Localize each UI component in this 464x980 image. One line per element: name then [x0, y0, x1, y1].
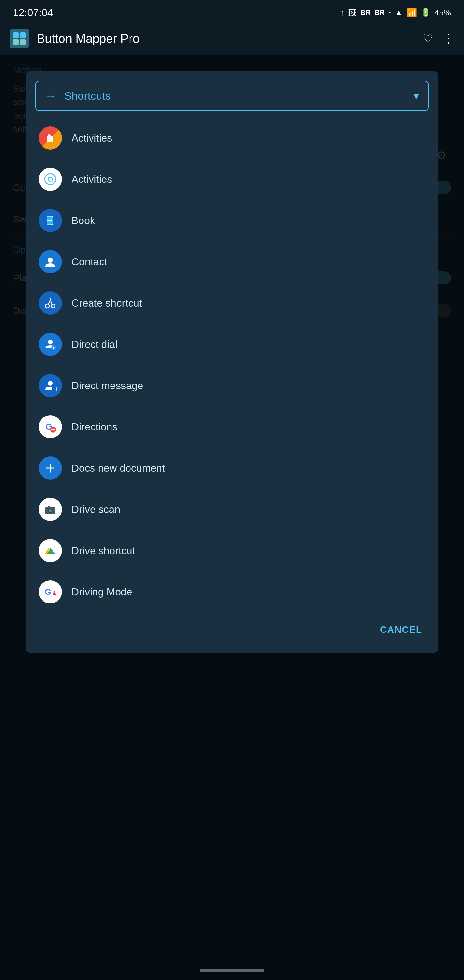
- directions-icon: G: [39, 415, 62, 438]
- br-icon-1: BR: [360, 8, 370, 17]
- app-bar: Button Mapper Pro ♡ ⋮: [0, 22, 464, 55]
- battery-icon: 🔋: [421, 8, 431, 17]
- activities-1-icon: [39, 126, 62, 150]
- drive-scan-label: Drive scan: [72, 504, 120, 515]
- direct-dial-icon: [39, 332, 62, 356]
- list-item-docs-new-document[interactable]: Docs new document: [29, 447, 435, 489]
- app-icon: [10, 29, 29, 48]
- svg-rect-37: [48, 506, 50, 508]
- svg-point-18: [48, 340, 52, 344]
- wifi-icon: ▲: [394, 8, 403, 18]
- br-icon-2: BR: [374, 8, 385, 17]
- app-bar-actions: ♡ ⋮: [423, 32, 454, 45]
- activities-1-label: Activities: [72, 132, 112, 144]
- svg-rect-2: [13, 39, 19, 45]
- contact-label: Contact: [72, 256, 107, 268]
- svg-text:G: G: [45, 587, 51, 597]
- dropdown-title: Shortcuts: [64, 90, 413, 102]
- list-item-driving-mode[interactable]: G Driving Mode: [29, 571, 435, 612]
- list-item-direct-dial[interactable]: Direct dial: [29, 324, 435, 365]
- status-icons: ↑ 🖼 BR BR • ▲ 📶 🔋 45%: [340, 8, 451, 18]
- list-item-direct-message[interactable]: Direct message: [29, 365, 435, 406]
- dropdown-chevron-icon: ▾: [413, 89, 419, 102]
- cancel-button[interactable]: CANCEL: [373, 619, 429, 640]
- docs-icon: [39, 457, 62, 480]
- list-item-activities-2[interactable]: Activities: [29, 159, 435, 200]
- svg-rect-7: [49, 178, 52, 181]
- book-label: Book: [72, 215, 95, 227]
- dialog-actions: CANCEL: [26, 612, 438, 643]
- svg-rect-0: [13, 32, 19, 38]
- signal-icon: 📶: [407, 8, 417, 18]
- svg-rect-3: [20, 39, 26, 45]
- svg-point-12: [48, 258, 53, 263]
- battery-percent: 45%: [434, 8, 451, 18]
- activities-2-label: Activities: [72, 173, 112, 185]
- shortcuts-list: Activities Activities: [26, 117, 438, 612]
- contact-icon: [39, 250, 62, 274]
- book-icon: [39, 209, 62, 232]
- create-shortcut-label: Create shortcut: [72, 297, 142, 309]
- list-item-book[interactable]: Book: [29, 200, 435, 241]
- create-shortcut-icon: [39, 291, 62, 315]
- svg-rect-11: [46, 216, 48, 225]
- list-item-contact[interactable]: Contact: [29, 241, 435, 282]
- more-options-icon[interactable]: ⋮: [443, 32, 454, 45]
- driving-mode-label: Driving Mode: [72, 586, 132, 598]
- drive-scan-icon: [39, 498, 62, 521]
- favorite-icon[interactable]: ♡: [423, 32, 433, 45]
- gallery-icon: 🖼: [348, 8, 356, 18]
- activities-2-icon: [39, 168, 62, 191]
- driving-mode-icon: G: [39, 580, 62, 603]
- docs-label: Docs new document: [72, 462, 165, 474]
- direct-dial-label: Direct dial: [72, 339, 117, 350]
- drive-shortcut-icon: [39, 539, 62, 562]
- status-bar: 12:07:04 ↑ 🖼 BR BR • ▲ 📶 🔋 45%: [0, 0, 464, 22]
- app-title: Button Mapper Pro: [37, 32, 423, 46]
- list-item-activities-1[interactable]: Activities: [29, 117, 435, 159]
- svg-point-36: [49, 510, 51, 512]
- notification-dot: •: [389, 10, 391, 16]
- status-time: 12:07:04: [13, 7, 53, 19]
- drive-shortcut-label: Drive shortcut: [72, 545, 135, 557]
- svg-point-22: [48, 381, 52, 385]
- shortcuts-dialog: → Shortcuts ▾ Activities: [26, 71, 438, 653]
- direct-message-label: Direct message: [72, 380, 143, 392]
- arrow-up-icon: ↑: [340, 8, 344, 18]
- svg-rect-1: [20, 32, 26, 38]
- direct-message-icon: [39, 374, 62, 397]
- list-item-directions[interactable]: G Directions: [29, 406, 435, 447]
- dropdown-arrow-icon: →: [45, 89, 57, 102]
- list-item-drive-shortcut[interactable]: Drive shortcut: [29, 530, 435, 571]
- shortcuts-dropdown[interactable]: → Shortcuts ▾: [35, 81, 429, 111]
- list-item-drive-scan[interactable]: Drive scan: [29, 489, 435, 530]
- directions-label: Directions: [72, 421, 117, 433]
- list-item-create-shortcut[interactable]: Create shortcut: [29, 282, 435, 324]
